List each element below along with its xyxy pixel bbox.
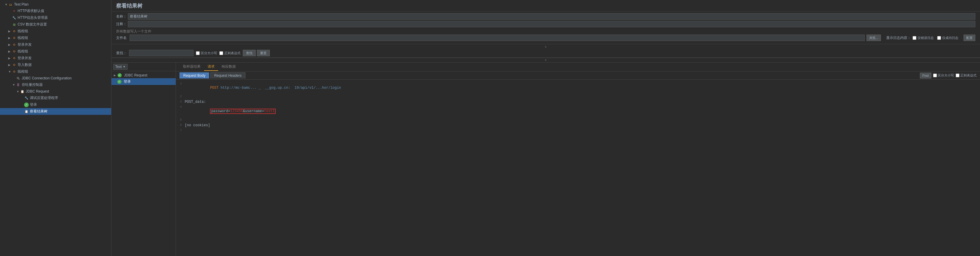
code-line-2: 2 (176, 94, 980, 100)
highlighted-value: password=123456&username=test1 (210, 109, 276, 114)
error-log-label[interactable]: 仅错误日志 (913, 36, 934, 40)
login-dev2-icon: ⚙ (12, 56, 16, 61)
case-right-label[interactable]: 区分大小写 (933, 73, 954, 77)
jdbc-req-icon: 📋 (20, 89, 25, 94)
expand-icon: ▶ (114, 74, 116, 77)
sub-tabs-right: Find 区分大小写 正则表达式 (920, 73, 977, 79)
login-dev-icon: ⚙ (12, 43, 16, 47)
sub-tab-body[interactable]: Request Body (180, 72, 209, 79)
results-tree-header: Text ▼ (111, 63, 176, 71)
csv-icon: ▦ (12, 22, 16, 27)
filename-label: 文件名 (116, 35, 128, 40)
http-header-icon: 🔧 (12, 16, 16, 20)
sidebar-item-jdbc-conn[interactable]: 🔌 JDBC Connection Configuration (0, 75, 111, 81)
code-line-5: 5 (176, 118, 980, 123)
sidebar-item-import-data[interactable]: ▶ ⚙ 导入数据 (0, 62, 111, 68)
sidebar-item-login-dev2[interactable]: ▶ ⚙ 登录并发 (0, 55, 111, 62)
sidebar-item-jdbc-req[interactable]: ▼ 📋 JDBC Request (0, 88, 111, 95)
results-tree-body: ▶ ✓ JDBC Request ✓ 登录 (111, 71, 176, 256)
note-text: 所有数据写入一个文件 (116, 28, 975, 35)
threads3-icon: ⚙ (12, 49, 16, 54)
code-line-4: 4 password=123456&username=test1 (176, 105, 980, 118)
name-input[interactable] (128, 13, 975, 20)
result-login[interactable]: ✓ 登录 (111, 78, 176, 85)
threads1-icon: ⚙ (12, 29, 16, 34)
sub-tabs-row: Request Body Request Headers Find 区分大小写 … (176, 71, 980, 80)
reset-button[interactable]: 重置 (257, 50, 270, 56)
dropdown-selector[interactable]: Text ▼ (113, 64, 127, 70)
tabs-row: 取样器结果 请求 响应数据 (176, 63, 980, 71)
case-right-checkbox[interactable] (933, 74, 937, 77)
success-icon: ✓ (118, 73, 122, 77)
find-label: 查找： (116, 51, 127, 56)
sidebar-item-login-dev[interactable]: ▶ ⚙ 登录并发 (0, 41, 111, 48)
comment-input[interactable] (128, 21, 975, 27)
testplan-icon: 🗂 (8, 2, 13, 7)
sidebar-item-test-plan[interactable]: ▼ 🗂 Test Plan (0, 1, 111, 8)
sidebar-item-threads1[interactable]: ▶ ⚙ 线程组 (0, 28, 111, 35)
result-jdbc-request[interactable]: ▶ ✓ JDBC Request (111, 72, 176, 78)
name-row: 名称： (116, 13, 975, 20)
sidebar-item-csv-data[interactable]: ▦ CSV 数据文件设置 (0, 21, 111, 28)
success-log-label[interactable]: 仅成功日志 (937, 36, 958, 40)
panel-title: 察看结果树 (111, 0, 980, 11)
log-content-label: 显示日志内容： (886, 35, 911, 40)
filename-input[interactable] (130, 35, 865, 41)
login-icon: ✓ (24, 103, 29, 107)
sidebar: ▼ 🗂 Test Plan ✕ HTTP请求默认值 🔧 HTTP信息头管理器 ▦… (0, 0, 111, 256)
sidebar-item-debug[interactable]: 🔧 调试后置处理程序 (0, 95, 111, 101)
sidebar-item-threads3[interactable]: ▶ ⚙ 线程组 (0, 48, 111, 55)
bottom-divider: ▼ (111, 58, 980, 62)
arrow-icon: ▼ (5, 3, 8, 6)
checkbox-group: 仅错误日志 仅成功日志 (913, 36, 958, 40)
sidebar-item-tree-listener[interactable]: 📋 察看结果树 (0, 108, 111, 115)
sidebar-item-login[interactable]: ✓ 登录 (0, 101, 111, 108)
regex-checkbox[interactable] (220, 51, 223, 55)
results-tree-panel: Text ▼ ▶ ✓ JDBC Request ✓ 登录 (111, 63, 176, 256)
case-label[interactable]: 区分大小写 (196, 51, 217, 55)
sidebar-item-http-defaults[interactable]: ✕ HTTP请求默认值 (0, 8, 111, 14)
bottom-section: Text ▼ ▶ ✓ JDBC Request ✓ 登录 (111, 62, 980, 256)
http-defaults-icon: ✕ (12, 9, 16, 13)
sub-tab-headers[interactable]: Request Headers (210, 72, 245, 79)
find-button[interactable]: 查找 (243, 50, 256, 56)
listener-icon: 📋 (24, 109, 29, 114)
search-input[interactable] (129, 50, 194, 56)
regex-right-label[interactable]: 正则表达式 (956, 73, 977, 77)
success-log-checkbox[interactable] (937, 36, 941, 40)
case-checkbox[interactable] (196, 51, 200, 55)
top-divider: ▲ (111, 44, 980, 49)
sub-tabs-left: Request Body Request Headers (180, 72, 245, 79)
import-icon: ⚙ (12, 63, 16, 67)
controller-icon: 🎛 (16, 82, 21, 87)
browse-button[interactable]: 浏览... (867, 35, 881, 41)
error-log-checkbox[interactable] (913, 36, 916, 40)
file-row: 文件名 浏览... 显示日志内容： 仅错误日志 仅成功日志 配置 (116, 35, 975, 41)
sidebar-item-threads4[interactable]: ▼ ⚙ 线程组 (0, 68, 111, 75)
tab-response[interactable]: 响应数据 (218, 63, 239, 71)
find-button-right[interactable]: Find (920, 73, 931, 79)
comment-row: 注释： (116, 21, 975, 27)
request-panel: 取样器结果 请求 响应数据 Request Body Request Heade… (176, 63, 980, 256)
jdbc-conn-icon: 🔌 (16, 76, 21, 81)
sidebar-item-http-header[interactable]: 🔧 HTTP信息头管理器 (0, 14, 111, 21)
name-label: 名称： (116, 14, 128, 19)
regex-label[interactable]: 正则表达式 (220, 51, 240, 55)
tab-request[interactable]: 请求 (204, 63, 218, 71)
search-bar: 查找： 区分大小写 正则表达式 查找 重置 (111, 49, 980, 58)
debug-icon: 🔧 (24, 96, 29, 101)
threads4-icon: ⚙ (12, 70, 16, 74)
dropdown-arrow-icon: ▼ (123, 65, 126, 68)
sidebar-item-threads2[interactable]: ▶ ⚙ 线程组 (0, 35, 111, 41)
sidebar-item-controller[interactable]: ▼ 🎛 存吐量控制器 (0, 81, 111, 88)
regex-right-checkbox[interactable] (956, 74, 959, 77)
tab-sampler[interactable]: 取样器结果 (180, 63, 204, 71)
code-line-3: 3 POST_data: (176, 100, 980, 105)
form-area: 名称： 注释： 所有数据写入一个文件 文件名 浏览... 显示日志内容： 仅错误… (111, 11, 980, 44)
code-area: 1 POST http://mc-bamc... _ __gog.up.cn: … (176, 80, 980, 256)
code-line-1: 1 POST http://mc-bamc... _ __gog.up.cn: … (176, 81, 980, 94)
search-buttons: 查找 重置 (243, 50, 270, 56)
main-panel: 察看结果树 名称： 注释： 所有数据写入一个文件 文件名 浏览... 显示日志内… (111, 0, 980, 256)
threads2-icon: ⚙ (12, 36, 16, 40)
config-button[interactable]: 配置 (964, 35, 975, 41)
